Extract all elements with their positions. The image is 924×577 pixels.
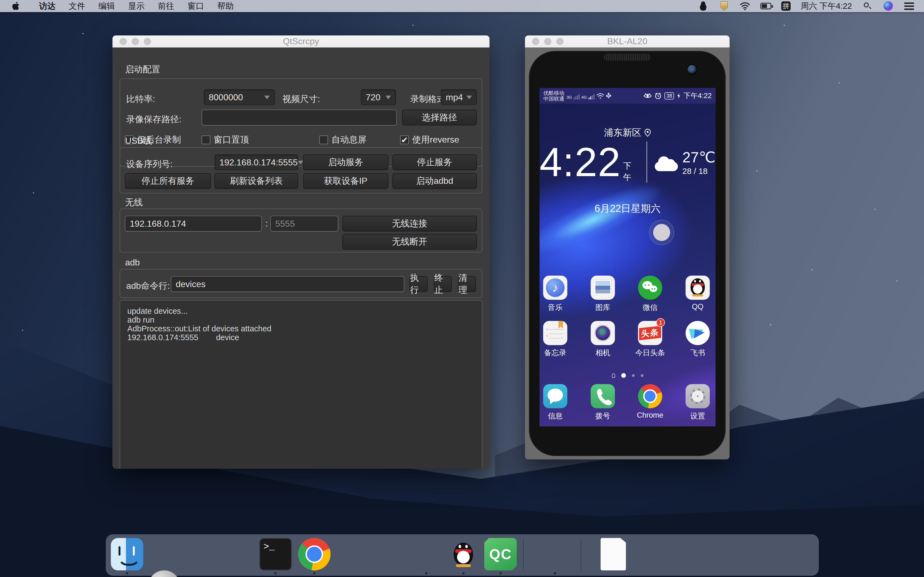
running-indicator xyxy=(275,572,277,575)
dock-qq-icon[interactable] xyxy=(447,538,480,571)
chevron-down-icon xyxy=(467,96,472,99)
menu-view[interactable]: 显示 xyxy=(121,0,151,12)
widget-divider xyxy=(646,142,647,183)
qq-menubar-icon[interactable] xyxy=(698,2,709,11)
phone-bezel: 优酷移动 中国联通 3G 4G 38 xyxy=(529,51,726,456)
app-feishu[interactable]: 飞书 xyxy=(678,321,716,358)
menu-go[interactable]: 前往 xyxy=(151,0,181,12)
running-indicator xyxy=(313,572,316,575)
dock-finder-icon[interactable] xyxy=(111,538,143,571)
wireless-disconnect-button[interactable]: 无线断开 xyxy=(342,234,477,250)
minimize-button[interactable] xyxy=(544,38,551,45)
app-gallery[interactable]: 图库 xyxy=(583,276,622,313)
app-notes[interactable]: 备忘录 xyxy=(540,321,575,358)
dock-app-chrome[interactable]: Chrome xyxy=(631,384,669,419)
widget-temperature: 27℃ xyxy=(682,149,716,166)
carrier-2: 中国联通 xyxy=(543,96,564,102)
qtscrcpy-titlebar[interactable]: QtScrcpy xyxy=(113,35,489,48)
record-path-input[interactable] xyxy=(202,110,397,126)
dock-app-messages[interactable]: 信息 xyxy=(540,384,575,421)
siri-icon[interactable] xyxy=(883,2,894,11)
checkbox-screen-off[interactable]: 自动息屏 xyxy=(319,134,367,146)
close-button[interactable] xyxy=(120,38,127,45)
messages-icon xyxy=(543,384,567,408)
battery-menubar-icon[interactable] xyxy=(760,2,771,11)
app-wechat[interactable]: 微信 xyxy=(631,276,669,313)
widget-temp-range: 28 / 18 xyxy=(682,166,716,176)
window-title: BKL-AL20 xyxy=(607,36,647,47)
usb-status-icon xyxy=(606,92,611,100)
phone-titlebar[interactable]: BKL-AL20 xyxy=(525,35,730,48)
bitrate-select[interactable]: 8000000 xyxy=(204,89,275,105)
traffic-lights[interactable] xyxy=(120,38,151,45)
device-serial-select[interactable]: 192.168.0.174:5555 xyxy=(215,155,298,170)
checkbox-icon[interactable] xyxy=(319,135,328,144)
notification-center-icon[interactable] xyxy=(904,2,915,11)
menu-help[interactable]: 帮助 xyxy=(211,0,240,12)
stop-all-services-button[interactable]: 停止所有服务 xyxy=(125,173,211,189)
get-device-ip-button[interactable]: 获取设备IP xyxy=(303,173,388,189)
menu-finder[interactable]: 访达 xyxy=(32,0,62,12)
cloud-icon xyxy=(655,158,678,171)
checkbox-use-reverse[interactable]: ✔使用reverse xyxy=(400,134,459,146)
app-qq[interactable]: QQ xyxy=(678,276,716,311)
dock-terminal-icon[interactable]: >_ xyxy=(259,538,292,571)
app-music[interactable]: ♪ 音乐 xyxy=(540,276,575,313)
dock-app-settings[interactable]: 设置 xyxy=(678,384,716,421)
checkbox-checked-icon[interactable]: ✔ xyxy=(400,135,409,144)
widget-date[interactable]: 6月22日星期六 xyxy=(540,202,716,215)
start-service-button[interactable]: 启动服务 xyxy=(303,155,388,170)
log-output[interactable]: update devices... adb run AdbProcess::ou… xyxy=(120,300,482,469)
adb-run-button[interactable]: 执行 xyxy=(409,276,428,292)
chrome-icon xyxy=(638,384,662,408)
zoom-button[interactable] xyxy=(144,38,151,45)
wireless-connect-button[interactable]: 无线连接 xyxy=(342,216,477,232)
refresh-devices-button[interactable]: 刷新设备列表 xyxy=(215,173,298,189)
adb-clear-button[interactable]: 清理 xyxy=(458,276,476,292)
record-format-select[interactable]: mp4 xyxy=(441,89,477,105)
choose-path-button[interactable]: 选择路径 xyxy=(402,110,477,126)
wireless-port-input[interactable]: 5555 xyxy=(270,216,338,232)
adb-command-label: adb命令行: xyxy=(126,280,170,292)
dock-launchpad-icon[interactable] xyxy=(148,571,180,577)
wireless-ip-input[interactable]: 192.168.0.174 xyxy=(125,216,262,232)
phone-screen[interactable]: 优酷移动 中国联通 3G 4G 38 xyxy=(540,88,716,426)
dock-document-icon[interactable] xyxy=(601,538,626,571)
shield-menubar-icon[interactable] xyxy=(719,2,730,11)
apple-logo-icon[interactable] xyxy=(11,2,20,11)
app-toutiao[interactable]: 头条 1 今日头条 xyxy=(631,321,669,358)
log-line: AdbProcess::out:List of devices attached xyxy=(127,324,475,333)
alarm-icon xyxy=(654,92,662,100)
close-button[interactable] xyxy=(532,38,539,45)
video-size-select[interactable]: 720 xyxy=(361,89,396,105)
dock-qtcreator-icon[interactable]: QC xyxy=(484,538,517,571)
running-indicator xyxy=(126,572,128,575)
checkbox-always-on-top[interactable]: 窗口置顶 xyxy=(202,134,249,146)
start-adbd-button[interactable]: 启动adbd xyxy=(393,173,477,189)
app-camera[interactable]: 相机 xyxy=(583,321,622,358)
assistive-touch-ball[interactable] xyxy=(649,220,674,245)
location-pin-icon xyxy=(644,129,651,137)
menu-edit[interactable]: 编辑 xyxy=(92,0,121,12)
window-title: QtScrcpy xyxy=(283,36,319,47)
stop-service-button[interactable]: 停止服务 xyxy=(393,155,477,170)
wifi-menubar-icon[interactable] xyxy=(740,2,751,11)
adb-kill-button[interactable]: 终止 xyxy=(434,276,452,292)
search-icon[interactable] xyxy=(862,2,873,11)
net-4g-label: 4G xyxy=(582,95,587,100)
traffic-lights[interactable] xyxy=(532,38,564,45)
menu-window[interactable]: 窗口 xyxy=(181,0,211,12)
location-label[interactable]: 浦东新区 xyxy=(540,126,716,139)
input-method-icon[interactable]: 拼 xyxy=(781,2,791,11)
menubar-clock[interactable]: 周六 下午4:22 xyxy=(801,0,852,12)
menu-file[interactable]: 文件 xyxy=(62,0,92,12)
clock-widget[interactable]: 4:22 下午 27℃ 28 / 18 xyxy=(540,139,716,185)
zoom-button[interactable] xyxy=(556,38,564,45)
dock-chrome-icon[interactable] xyxy=(298,538,331,571)
dock-separator xyxy=(581,538,582,571)
minimize-button[interactable] xyxy=(132,38,139,45)
checkbox-icon[interactable] xyxy=(202,135,210,144)
adb-command-input[interactable]: devices xyxy=(171,276,404,292)
dock-app-dialer[interactable]: 拨号 xyxy=(583,384,622,421)
log-line: 192.168.0.174:5555 device xyxy=(127,333,475,342)
